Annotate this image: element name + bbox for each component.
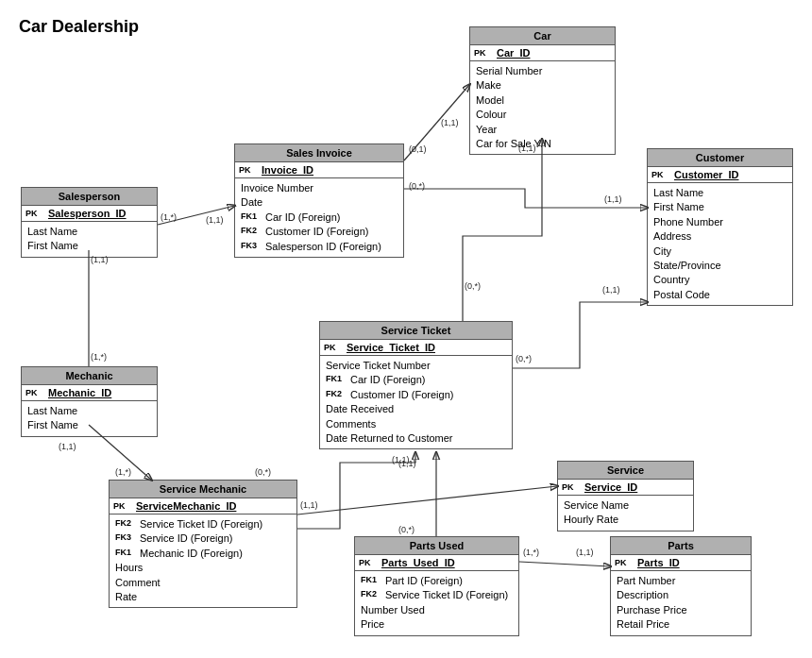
parts-pk-label: PK — [615, 558, 634, 567]
card-si-car-from: (0,1) — [409, 144, 427, 154]
card-mech-sm-from: (1,1) — [59, 442, 76, 451]
entity-car: Car PK Car_ID Serial Number Make Model C… — [469, 26, 616, 155]
entity-parts-header: Parts — [611, 537, 751, 555]
diagram-container: Car Dealership Car PK Car_ID Serial Numb… — [0, 0, 812, 658]
card-st-car-from: (0,*) — [465, 281, 481, 291]
card-pu-parts-from: (1,*) — [523, 548, 539, 557]
diagram-title: Car Dealership — [19, 17, 139, 37]
entity-svc-pk: PK Service_ID — [558, 480, 693, 496]
card-sm-svc-from: (1,1) — [300, 500, 318, 510]
svc-pk-field: Service_ID — [584, 481, 637, 493]
entity-sales-invoice: Sales Invoice PK Invoice_ID Invoice Numb… — [234, 143, 404, 258]
card-sp-vert-top: (1,1) — [91, 255, 109, 264]
entity-pu-pk: PK Parts_Used_ID — [355, 555, 518, 571]
sm-pk-label: PK — [113, 501, 132, 511]
svc-pk-label: PK — [562, 482, 581, 492]
customer-pk-label: PK — [651, 170, 670, 179]
car-field-2: Model — [476, 93, 609, 108]
entity-customer-header: Customer — [648, 149, 792, 167]
car-field-3: Colour — [476, 108, 609, 122]
car-pk-label: PK — [474, 48, 493, 58]
card-mech-sm-to: (1,*) — [115, 467, 131, 477]
svg-line-5 — [519, 562, 610, 566]
entity-sp-pk: PK Salesperson_ID — [22, 206, 157, 222]
entity-sm-body: FK2 Service Ticket ID (Foreign) FK3 Serv… — [110, 515, 296, 607]
entity-mechanic: Mechanic PK Mechanic_ID Last Name First … — [21, 366, 158, 437]
mech-pk-label: PK — [25, 388, 44, 397]
entity-service-ticket: Service Ticket PK Service_Ticket_ID Serv… — [319, 321, 513, 449]
entity-si-body: Invoice Number Date FK1 Car ID (Foreign)… — [235, 178, 403, 257]
entity-st-pk: PK Service_Ticket_ID — [320, 340, 512, 356]
car-pk-field: Car_ID — [497, 47, 530, 59]
entity-pu-header: Parts Used — [355, 537, 518, 555]
entity-customer: Customer PK Customer_ID Last Name First … — [647, 148, 793, 306]
si-pk-label: PK — [239, 165, 258, 175]
sp-pk-label: PK — [25, 209, 44, 218]
sm-pk-field: ServiceMechanic_ID — [136, 500, 236, 512]
entity-st-body: Service Ticket Number FK1 Car ID (Foreig… — [320, 356, 512, 448]
pu-pk-field: Parts_Used_ID — [381, 557, 455, 568]
entity-st-header: Service Ticket — [320, 322, 512, 340]
st-pk-label: PK — [324, 343, 343, 352]
card-sm-st-from: (0,*) — [255, 467, 271, 477]
card-pu-parts-to: (1,1) — [576, 548, 594, 557]
card-st-cust-from: (0,*) — [516, 354, 532, 363]
si-pk-field: Invoice_ID — [262, 164, 313, 176]
entity-svc-header: Service — [558, 462, 693, 480]
mech-pk-field: Mechanic_ID — [48, 387, 111, 398]
card-sp-si-from: (1,*) — [161, 212, 177, 222]
entity-service: Service PK Service_ID Service Name Hourl… — [557, 461, 694, 531]
entity-sp-header: Salesperson — [22, 188, 157, 206]
entity-svc-body: Service Name Hourly Rate — [558, 496, 693, 531]
entity-customer-pk: PK Customer_ID — [648, 167, 792, 183]
car-field-1: Make — [476, 78, 609, 93]
parts-pk-field: Parts_ID — [637, 557, 680, 568]
svg-line-3 — [297, 486, 557, 515]
entity-mech-pk: PK Mechanic_ID — [22, 385, 157, 401]
entity-si-pk: PK Invoice_ID — [235, 162, 403, 178]
entity-parts-body: Part Number Description Purchase Price R… — [611, 571, 751, 635]
entity-parts-pk: PK Parts_ID — [611, 555, 751, 571]
entity-car-pk: PK Car_ID — [470, 45, 615, 61]
entity-service-mechanic: Service Mechanic PK ServiceMechanic_ID F… — [109, 480, 297, 608]
card-si-cust-to: (1,1) — [604, 194, 622, 204]
car-field-4: Year — [476, 123, 609, 137]
car-field-0: Serial Number — [476, 64, 609, 78]
entity-salesperson: Salesperson PK Salesperson_ID Last Name … — [21, 187, 158, 258]
entity-car-body: Serial Number Make Model Colour Year Car… — [470, 61, 615, 154]
card-pu-st-from: (0,*) — [398, 525, 414, 534]
entity-car-header: Car — [470, 27, 615, 45]
entity-customer-body: Last Name First Name Phone Number Addres… — [648, 183, 792, 305]
entity-mech-body: Last Name First Name — [22, 401, 157, 436]
entity-sp-body: Last Name First Name — [22, 222, 157, 257]
card-sp-si-to: (1,1) — [206, 215, 224, 225]
st-pk-field: Service_Ticket_ID — [347, 342, 435, 353]
card-pu-st-to: (1,1) — [398, 459, 416, 468]
card-si-cust-from: (0,*) — [409, 181, 425, 191]
entity-mech-header: Mechanic — [22, 367, 157, 385]
entity-pu-body: FK1 Part ID (Foreign) FK2 Service Ticket… — [355, 571, 518, 635]
card-si-car-to: (1,1) — [441, 118, 459, 127]
entity-parts: Parts PK Parts_ID Part Number Descriptio… — [610, 536, 752, 636]
card-st-cust-to: (1,1) — [602, 285, 620, 295]
car-field-5: Car for Sale Y/N — [476, 137, 609, 151]
entity-sm-pk: PK ServiceMechanic_ID — [110, 498, 296, 515]
entity-parts-used: Parts Used PK Parts_Used_ID FK1 Part ID … — [354, 536, 519, 636]
pu-pk-label: PK — [359, 558, 378, 567]
card-sp-vert-bot: (1,*) — [91, 352, 107, 362]
entity-sm-header: Service Mechanic — [110, 481, 296, 498]
customer-pk-field: Customer_ID — [674, 169, 738, 180]
entity-si-header: Sales Invoice — [235, 144, 403, 162]
card-st-car-to: (1,1) — [518, 143, 536, 153]
sp-pk-field: Salesperson_ID — [48, 208, 127, 219]
